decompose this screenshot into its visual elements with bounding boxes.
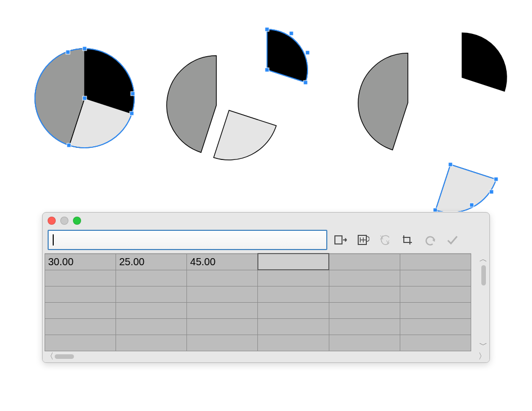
data-grid-container: 30.00 25.00 45.00 ︿ ﹀ <box>43 253 489 351</box>
svg-rect-8 <box>265 68 269 72</box>
svg-rect-2 <box>83 96 87 100</box>
cell[interactable] <box>45 318 116 335</box>
cell[interactable] <box>400 302 471 318</box>
scroll-right-icon[interactable]: 〉 <box>478 351 486 362</box>
svg-rect-16 <box>489 190 493 194</box>
cell-r0c3-active[interactable] <box>258 254 329 270</box>
cell[interactable] <box>329 302 400 318</box>
svg-rect-5 <box>66 50 70 54</box>
cell[interactable] <box>258 286 329 302</box>
cell-r0c5[interactable] <box>400 254 471 270</box>
close-icon[interactable] <box>48 217 56 225</box>
scroll-down-icon[interactable]: ﹀ <box>479 341 487 349</box>
svg-rect-4 <box>67 143 71 147</box>
import-data-icon[interactable] <box>332 231 350 249</box>
minimize-icon[interactable] <box>60 217 68 225</box>
zoom-icon[interactable] <box>73 217 81 225</box>
transpose-icon[interactable] <box>355 231 372 249</box>
text-cursor <box>53 234 54 245</box>
svg-rect-12 <box>448 162 452 167</box>
cell[interactable] <box>400 270 471 286</box>
crop-icon[interactable] <box>399 231 416 249</box>
confirm-icon[interactable] <box>444 231 461 249</box>
svg-rect-14 <box>433 208 437 212</box>
graph-data-panel: XY 30.00 25.00 45.00 <box>42 212 490 363</box>
swap-xy-icon[interactable]: XY <box>377 231 394 249</box>
cell[interactable] <box>187 286 258 302</box>
cell[interactable] <box>258 302 329 318</box>
cell[interactable] <box>45 286 116 302</box>
data-toolbar: XY <box>43 229 489 253</box>
svg-rect-11 <box>289 31 293 35</box>
cell[interactable] <box>187 270 258 286</box>
cell[interactable] <box>116 270 187 286</box>
scroll-left-icon[interactable]: 〈 <box>46 351 54 362</box>
horizontal-scrollbar[interactable]: 〈 〉 <box>43 351 489 362</box>
cell[interactable] <box>258 318 329 335</box>
data-grid[interactable]: 30.00 25.00 45.00 <box>45 253 471 351</box>
cell[interactable] <box>45 302 116 318</box>
svg-rect-10 <box>306 51 310 55</box>
cell[interactable] <box>45 270 116 286</box>
pie-chart-selected[interactable] <box>31 37 138 164</box>
cell-r0c4[interactable] <box>329 254 400 270</box>
svg-rect-1 <box>83 47 87 51</box>
cell[interactable] <box>187 335 258 351</box>
cell[interactable] <box>400 318 471 335</box>
undo-icon[interactable] <box>422 231 439 249</box>
cell[interactable] <box>400 286 471 302</box>
svg-rect-6 <box>131 92 135 96</box>
cell-r0c0[interactable]: 30.00 <box>45 254 116 270</box>
cell[interactable] <box>116 335 187 351</box>
cell[interactable] <box>258 270 329 286</box>
pie-chart-black-slice-selected[interactable] <box>155 20 327 172</box>
svg-rect-13 <box>494 177 498 181</box>
svg-rect-15 <box>470 203 474 207</box>
pie-chart-light-slice-selected[interactable] <box>339 19 522 212</box>
svg-rect-3 <box>130 111 134 115</box>
cell[interactable] <box>116 286 187 302</box>
hscroll-thumb[interactable] <box>55 354 74 359</box>
svg-rect-7 <box>265 27 269 31</box>
cell-r0c1[interactable]: 25.00 <box>116 254 187 270</box>
svg-rect-9 <box>303 80 308 85</box>
window-titlebar <box>43 213 489 229</box>
cell[interactable] <box>329 270 400 286</box>
graph-canvas[interactable] <box>0 0 532 208</box>
cell-formula-input[interactable] <box>48 230 327 250</box>
cell[interactable] <box>187 318 258 335</box>
scroll-up-icon[interactable]: ︿ <box>479 255 487 263</box>
cell[interactable] <box>400 335 471 351</box>
vscroll-thumb[interactable] <box>481 265 486 285</box>
cell-r0c2[interactable]: 45.00 <box>187 254 258 270</box>
cell[interactable] <box>329 318 400 335</box>
cell[interactable] <box>329 286 400 302</box>
cell[interactable] <box>116 318 187 335</box>
svg-rect-17 <box>335 236 342 244</box>
cell[interactable] <box>116 302 187 318</box>
cell[interactable] <box>329 335 400 351</box>
vertical-scrollbar[interactable]: ︿ ﹀ <box>478 253 488 351</box>
cell[interactable] <box>258 335 329 351</box>
cell[interactable] <box>187 302 258 318</box>
cell[interactable] <box>45 335 116 351</box>
